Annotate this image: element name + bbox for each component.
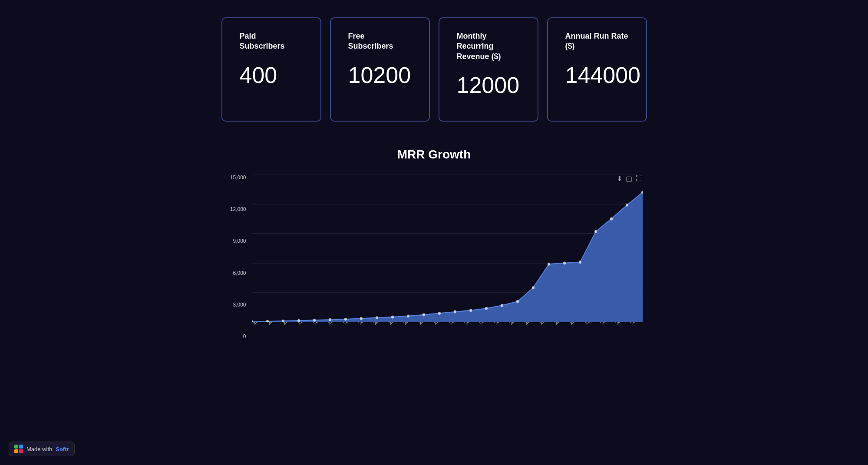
svg-point-25 [548, 263, 550, 266]
x-label-10: 2020-07 [403, 322, 416, 357]
svg-point-9 [297, 319, 300, 322]
x-label-20: 2021-05 [554, 322, 567, 357]
svg-point-14 [376, 316, 378, 319]
chart-section: MRR Growth ⬇ ▢ ⛶ 15,00012,0009,0006,0003… [122, 148, 746, 357]
y-label-3: 6,000 [233, 270, 246, 276]
y-label-0: 15,000 [230, 175, 246, 181]
svg-point-22 [501, 304, 503, 307]
x-label-21: 2021-06 [569, 322, 582, 357]
kpi-label-3: Annual Run Rate ($) [565, 31, 629, 52]
made-with-footer: Made with Softr [9, 442, 75, 456]
x-label-22: 2021-07 [584, 322, 597, 357]
kpi-label-1: Free Subscribers [348, 31, 412, 52]
made-with-label: Made with [26, 446, 52, 452]
x-label-23: 2021-08 [599, 322, 612, 357]
mrr-chart [252, 175, 643, 322]
x-label-7: 2020-04 [357, 322, 370, 357]
x-label-16: 2021-01 [493, 322, 506, 357]
y-label-4: 3,000 [233, 302, 246, 308]
x-label-17: 2021-02 [508, 322, 521, 357]
softr-logo-icon [14, 445, 23, 453]
kpi-value-1: 10200 [348, 62, 412, 88]
svg-point-16 [407, 315, 409, 318]
x-label-24: 2021-09 [614, 322, 627, 357]
kpi-label-0: Paid Subscribers [240, 31, 303, 52]
x-label-12: 2020-09 [433, 322, 446, 357]
chart-title: MRR Growth [122, 148, 746, 162]
x-label-11: 2020-08 [418, 322, 431, 357]
x-label-6: 2020-03 [342, 322, 355, 357]
y-axis: 15,00012,0009,0006,0003,0000 [226, 175, 250, 340]
svg-point-24 [532, 286, 535, 289]
svg-point-27 [579, 261, 581, 264]
chart-area: 15,00012,0009,0006,0003,0000 2019-092019… [226, 175, 643, 357]
kpi-card-1: Free Subscribers 10200 [330, 17, 430, 122]
svg-rect-34 [14, 449, 18, 453]
kpi-value-3: 144000 [565, 62, 629, 88]
y-label-5: 0 [243, 333, 246, 340]
x-label-1: 2019-10 [267, 322, 280, 357]
svg-point-11 [329, 318, 331, 321]
chart-container: ⬇ ▢ ⛶ 15,00012,0009,0006,0003,0000 2019-… [226, 175, 643, 357]
svg-point-18 [438, 312, 441, 315]
x-label-15: 2020-12 [478, 322, 491, 357]
svg-point-30 [626, 204, 628, 207]
kpi-card-3: Annual Run Rate ($) 144000 [547, 17, 647, 122]
svg-point-26 [563, 262, 566, 265]
kpi-label-2: Monthly Recurring Revenue ($) [457, 31, 520, 62]
svg-rect-35 [19, 449, 23, 453]
x-label-8: 2020-05 [373, 322, 386, 357]
kpi-row: Paid Subscribers 400 Free Subscribers 10… [122, 17, 746, 122]
x-label-0: 2019-09 [252, 322, 265, 357]
kpi-value-0: 400 [240, 62, 303, 88]
svg-point-29 [610, 218, 613, 221]
x-label-5: 2020-02 [327, 322, 340, 357]
svg-point-13 [360, 317, 363, 320]
x-label-4: 2020-01 [312, 322, 325, 357]
brand-name: Softr [56, 446, 69, 452]
svg-point-21 [485, 307, 488, 310]
svg-point-10 [313, 319, 316, 322]
y-label-2: 9,000 [233, 238, 246, 244]
x-label-13: 2020-10 [448, 322, 461, 357]
x-label-3: 2019-12 [297, 322, 310, 357]
kpi-value-2: 12000 [457, 72, 520, 98]
x-label-19: 2021-04 [539, 322, 552, 357]
kpi-card-2: Monthly Recurring Revenue ($) 12000 [439, 17, 538, 122]
svg-point-28 [594, 230, 597, 233]
x-label-14: 2020-11 [463, 322, 476, 357]
svg-rect-33 [19, 445, 23, 449]
svg-point-23 [516, 300, 519, 303]
x-label-25: 2021-10 [629, 322, 642, 357]
svg-point-17 [422, 313, 425, 317]
x-label-2: 2019-11 [282, 322, 295, 357]
dashboard: Paid Subscribers 400 Free Subscribers 10… [0, 0, 868, 374]
svg-point-19 [454, 310, 456, 313]
x-label-18: 2021-03 [524, 322, 537, 357]
kpi-card-0: Paid Subscribers 400 [221, 17, 321, 122]
svg-rect-32 [14, 445, 18, 449]
svg-point-15 [391, 316, 394, 319]
svg-point-12 [344, 318, 347, 321]
chart-inner: 2019-092019-102019-112019-122020-012020-… [252, 175, 643, 357]
svg-point-20 [469, 309, 472, 312]
x-label-9: 2020-06 [388, 322, 401, 357]
x-axis-labels: 2019-092019-102019-112019-122020-012020-… [252, 322, 643, 357]
y-label-1: 12,000 [230, 206, 246, 212]
